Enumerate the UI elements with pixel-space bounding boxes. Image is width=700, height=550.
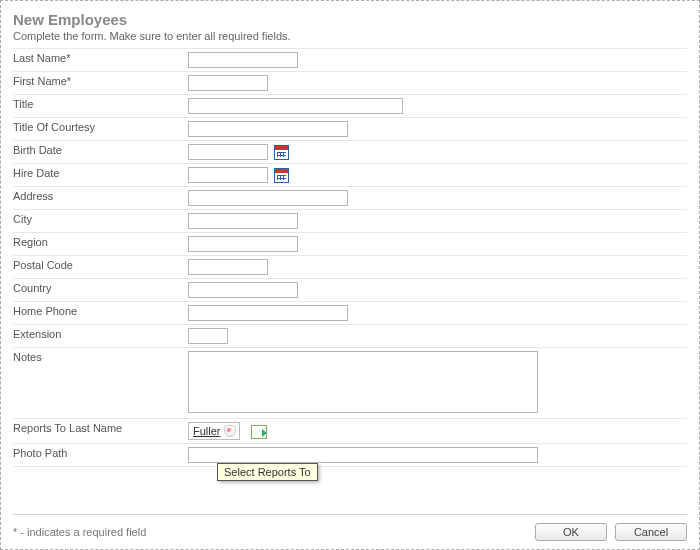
page-instruction: Complete the form. Make sure to enter al… <box>13 30 687 42</box>
title-of-courtesy-input[interactable] <box>188 121 348 137</box>
label-postal-code: Postal Code <box>13 259 73 271</box>
label-photo-path: Photo Path <box>13 447 67 459</box>
row-reports-to: Reports To Last Name Fuller <box>13 419 687 444</box>
birth-date-input[interactable] <box>188 144 268 160</box>
country-input[interactable] <box>188 282 298 298</box>
form-panel: New Employees Complete the form. Make su… <box>0 0 700 550</box>
label-notes: Notes <box>13 351 42 363</box>
label-country: Country <box>13 282 52 294</box>
required-mark: * <box>66 52 70 64</box>
photo-path-input[interactable] <box>188 447 538 463</box>
title-input[interactable] <box>188 98 403 114</box>
footer: * - indicates a required field OK Cancel <box>13 514 687 541</box>
row-hire-date: Hire Date <box>13 164 687 187</box>
ok-button[interactable]: OK <box>535 523 607 541</box>
required-mark: * <box>67 75 71 87</box>
eraser-icon[interactable] <box>224 425 236 437</box>
row-address: Address <box>13 187 687 210</box>
row-last-name: Last Name* <box>13 49 687 72</box>
extension-input[interactable] <box>188 328 228 344</box>
home-phone-input[interactable] <box>188 305 348 321</box>
required-footnote: * - indicates a required field <box>13 526 527 538</box>
label-reports-to: Reports To Last Name <box>13 422 122 434</box>
cancel-button[interactable]: Cancel <box>615 523 687 541</box>
row-photo-path: Photo Path <box>13 444 687 467</box>
row-region: Region <box>13 233 687 256</box>
label-extension: Extension <box>13 328 61 340</box>
row-birth-date: Birth Date <box>13 141 687 164</box>
city-input[interactable] <box>188 213 298 229</box>
address-input[interactable] <box>188 190 348 206</box>
tooltip-reports-to: Select Reports To <box>217 463 318 481</box>
label-title: Title <box>13 98 33 110</box>
label-address: Address <box>13 190 53 202</box>
reports-to-value[interactable]: Fuller <box>188 422 240 440</box>
row-first-name: First Name* <box>13 72 687 95</box>
row-home-phone: Home Phone <box>13 302 687 325</box>
form-table: Last Name* First Name* Title Title Of Co… <box>13 48 687 467</box>
label-home-phone: Home Phone <box>13 305 77 317</box>
row-extension: Extension <box>13 325 687 348</box>
last-name-input[interactable] <box>188 52 298 68</box>
label-first-name: First Name <box>13 75 67 87</box>
postal-code-input[interactable] <box>188 259 268 275</box>
row-country: Country <box>13 279 687 302</box>
lookup-icon[interactable] <box>251 425 267 439</box>
calendar-icon[interactable] <box>274 168 289 183</box>
row-city: City <box>13 210 687 233</box>
row-notes: Notes <box>13 348 687 419</box>
row-title-of-courtesy: Title Of Courtesy <box>13 118 687 141</box>
reports-to-text: Fuller <box>193 425 221 437</box>
label-hire-date: Hire Date <box>13 167 59 179</box>
row-title: Title <box>13 95 687 118</box>
label-title-of-courtesy: Title Of Courtesy <box>13 121 95 133</box>
label-birth-date: Birth Date <box>13 144 62 156</box>
label-last-name: Last Name <box>13 52 66 64</box>
notes-textarea[interactable] <box>188 351 538 413</box>
label-region: Region <box>13 236 48 248</box>
page-title: New Employees <box>13 11 687 28</box>
region-input[interactable] <box>188 236 298 252</box>
hire-date-input[interactable] <box>188 167 268 183</box>
calendar-icon[interactable] <box>274 145 289 160</box>
label-city: City <box>13 213 32 225</box>
first-name-input[interactable] <box>188 75 268 91</box>
row-postal-code: Postal Code <box>13 256 687 279</box>
